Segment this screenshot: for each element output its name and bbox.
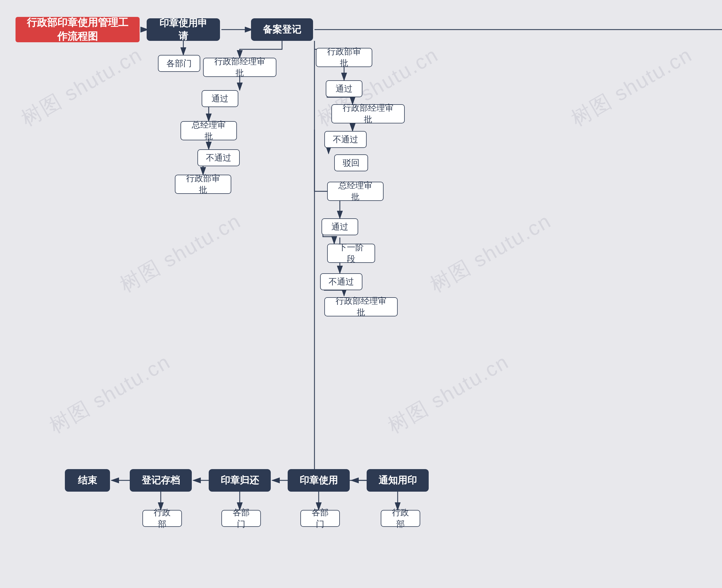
node-label: 各部门 [309,507,332,530]
node-label: 通知用印 [379,474,417,487]
watermark-4: 树图 shutu.cn [115,207,246,298]
node-tongguo-r: 通过 [326,80,362,97]
watermark-3: 树图 shutu.cn [566,41,697,132]
node-label: 行政部经理审批 [340,102,396,125]
node-zongjl-1: 总经理审批 [180,121,237,140]
watermark-6: 树图 shutu.cn [44,348,176,439]
node-dengji-cundang: 登记存档 [130,469,192,492]
node-label: 下一阶段 [336,242,367,265]
node-label: 行政部经理审批 [212,56,268,79]
node-label: 登记存档 [142,474,180,487]
node-bohui: 驳回 [334,154,368,171]
node-tongguo-1: 通过 [202,90,238,107]
node-label: 行政部审批 [324,46,364,69]
node-butong-r2: 不通过 [320,273,362,290]
node-yinzhang-shiyong: 印章使用 [288,469,350,492]
node-label: 通过 [332,221,348,233]
node-butong-1: 不通过 [197,149,240,166]
watermark-5: 树图 shutu.cn [425,207,556,298]
node-label: 驳回 [343,157,360,169]
node-label: 通过 [212,93,228,105]
title-node: 行政部印章使用管理工作流程图 [16,17,140,42]
node-gebumen-1: 各部门 [158,55,200,72]
node-yinzhang-apply: 印章使用申请 [147,18,220,41]
node-xingzheng-jl-r: 行政部经理审批 [332,104,405,123]
node-label: 总经理审批 [336,180,375,203]
node-bottom-xingzheng-2: 行政部 [142,510,182,527]
node-label: 行政部审批 [183,173,223,196]
canvas: 树图 shutu.cn 树图 shutu.cn 树图 shutu.cn 树图 s… [0,0,722,588]
node-tongzhi-yongyin: 通知用印 [367,469,429,492]
node-label: 不通过 [333,134,358,145]
title-label: 行政部印章使用管理工作流程图 [24,16,131,43]
node-label: 各部门 [166,58,192,69]
watermark-7: 树图 shutu.cn [383,348,514,439]
node-zongjl-r: 总经理审批 [327,182,384,201]
node-xingzheng-sp-1: 行政部审批 [175,175,231,194]
node-label: 行政部 [151,507,174,530]
node-jieshu: 结束 [65,469,110,492]
node-butong-r: 不通过 [324,131,367,148]
node-tongguo-r2: 通过 [322,218,358,235]
node-label: 行政部经理审批 [333,295,389,318]
node-yinzhang-guihuan: 印章归还 [209,469,271,492]
node-label: 通过 [336,83,353,94]
node-label: 备案登记 [263,23,301,36]
node-label: 结束 [78,474,97,487]
node-label: 不通过 [206,152,231,164]
node-bottom-gebumen-2: 各部门 [300,510,340,527]
node-label: 不通过 [328,276,354,288]
node-beian: 备案登记 [251,18,313,41]
node-xingzheng-sp-r: 行政部审批 [316,48,372,67]
node-bottom-gebumen-3: 各部门 [221,510,261,527]
node-xia-jieduan: 下一阶段 [327,244,375,263]
node-label: 各部门 [230,507,253,530]
node-label: 印章使用申请 [157,17,210,43]
node-xingzheng-jl-1: 行政部经理审批 [203,58,276,77]
node-label: 印章使用 [300,474,338,487]
node-label: 印章归还 [221,474,259,487]
node-label: 总经理审批 [189,119,228,142]
watermark-1: 树图 shutu.cn [16,41,147,132]
node-xingzheng-jl-r2: 行政部经理审批 [324,297,398,316]
node-label: 行政部 [389,507,412,530]
node-bottom-xingzheng-1: 行政部 [381,510,420,527]
